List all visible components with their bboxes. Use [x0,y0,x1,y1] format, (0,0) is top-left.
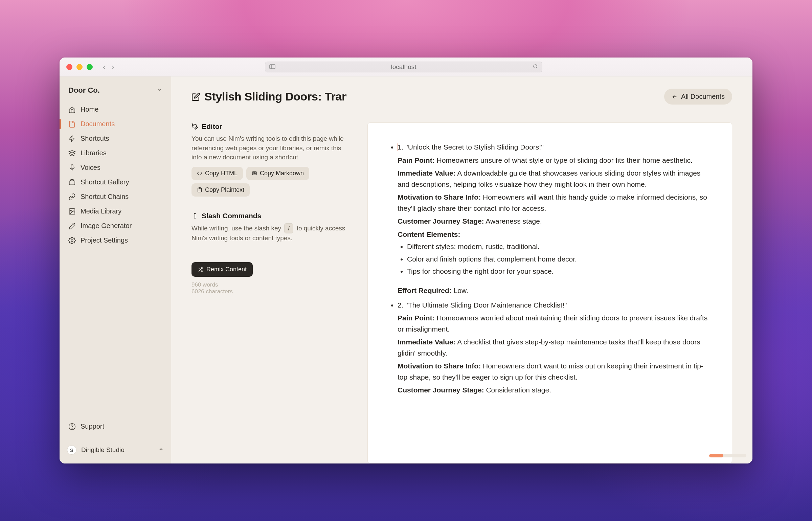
svg-rect-0 [270,65,275,69]
sidebar: Door Co. Home Documents Shortcuts [60,76,171,463]
shortcuts-icon [68,135,76,142]
svg-rect-3 [69,181,75,185]
text-cursor-icon [191,212,198,219]
chains-icon [68,193,76,201]
sidebar-item-label: Shortcut Gallery [81,178,129,186]
slash-commands-section: Slash Commands While writing, use the sl… [191,212,351,255]
list-item[interactable]: 2. "The Ultimate Sliding Door Maintenanc… [398,300,712,396]
sidebar-item-label: Libraries [81,149,107,157]
sidebar-item-media-library[interactable]: Media Library [60,204,171,219]
sidebar-item-documents[interactable]: Documents [60,117,171,131]
sidebar-item-label: Documents [81,120,115,128]
svg-point-5 [70,210,72,211]
list-item[interactable]: Tips for choosing the right door for you… [407,266,712,277]
browser-window: ‹ › localhost Door Co. [60,58,752,463]
editor-description: You can use Nim's writing tools to edit … [191,134,351,162]
gallery-icon [68,179,76,186]
media-icon [68,208,76,215]
sidebar-item-project-settings[interactable]: Project Settings [60,233,171,248]
forward-button[interactable]: › [112,62,114,72]
sidebar-item-label: Media Library [81,207,121,215]
titlebar: ‹ › localhost [60,58,752,76]
url-bar[interactable]: localhost [265,62,542,72]
list-item[interactable]: Different styles: modern, rustic, tradit… [407,241,712,252]
arrow-left-icon [672,94,678,100]
editor-section: Editor You can use Nim's writing tools t… [191,122,351,204]
nav-arrows: ‹ › [103,62,114,72]
sidebar-item-shortcuts[interactable]: Shortcuts [60,131,171,146]
sidebar-item-label: Project Settings [81,236,128,244]
image-gen-icon [68,222,76,230]
workspace-name: Door Co. [68,86,100,95]
close-window-button[interactable] [66,64,72,70]
pen-icon [191,123,198,130]
edit-icon [191,92,200,101]
sidebar-item-voices[interactable]: Voices [60,160,171,175]
minimize-window-button[interactable] [76,64,83,70]
page-header: Stylish Sliding Doors: Tran All Document… [191,89,732,113]
sidebar-item-label: Shortcuts [81,135,109,142]
sidebar-nav: Home Documents Shortcuts Libraries Voice… [60,102,171,248]
clipboard-icon [197,187,202,192]
all-documents-button[interactable]: All Documents [664,89,732,105]
main-content: Stylish Sliding Doors: Tran All Document… [171,76,752,463]
workspace-switcher[interactable]: Door Co. [60,83,171,102]
sidebar-item-support[interactable]: Support [60,419,171,434]
home-icon [68,106,76,113]
sidebar-item-label: Voices [81,164,100,172]
svg-point-8 [72,428,72,428]
account-switcher[interactable]: S Dirigible Studio [60,440,171,458]
documents-icon [68,120,76,128]
avatar: S [67,445,76,455]
sidebar-item-image-generator[interactable]: Image Generator [60,219,171,233]
document-editor[interactable]: 1. "Unlock the Secret to Stylish Sliding… [367,122,732,463]
slash-description: While writing, use the slash key / to qu… [191,223,351,243]
progress-fill [709,454,723,457]
url-text: localhost [391,63,416,71]
document-stats: 960 words 6026 characters [191,281,351,295]
svg-rect-10 [199,187,200,188]
sidebar-item-label: Shortcut Chains [81,193,129,201]
reload-icon[interactable] [533,63,538,71]
copy-plaintext-button[interactable]: Copy Plaintext [191,183,250,197]
remix-content-button[interactable]: Remix Content [191,262,253,277]
editor-sidebar: Editor You can use Nim's writing tools t… [191,122,351,463]
sidebar-item-label: Image Generator [81,222,132,230]
settings-icon [68,237,76,244]
sidebar-item-label: Support [81,423,104,430]
code-icon [197,171,202,176]
copy-markdown-button[interactable]: Copy Markdown [246,167,309,180]
voices-icon [68,164,76,172]
svg-point-6 [71,240,73,242]
support-icon [68,423,76,430]
sidebar-item-home[interactable]: Home [60,102,171,117]
chevron-down-icon [157,87,162,94]
progress-indicator [709,454,746,457]
sidebar-item-shortcut-gallery[interactable]: Shortcut Gallery [60,175,171,189]
sidebar-toggle-icon[interactable] [269,63,275,71]
libraries-icon [68,150,76,157]
account-name: Dirigible Studio [81,446,154,454]
svg-rect-2 [71,164,73,168]
list-item[interactable]: Color and finish options that complement… [407,254,712,265]
maximize-window-button[interactable] [87,64,93,70]
list-item[interactable]: 1. "Unlock the Secret to Stylish Sliding… [398,142,712,296]
traffic-lights [66,64,93,70]
copy-html-button[interactable]: Copy HTML [191,167,243,180]
sidebar-item-label: Home [81,106,98,113]
chevron-up-icon [158,447,164,453]
markdown-icon [252,171,257,176]
slash-key: / [284,223,293,233]
sidebar-item-libraries[interactable]: Libraries [60,146,171,160]
shuffle-icon [198,267,203,272]
page-title: Stylish Sliding Doors: Tran [204,90,346,103]
back-button[interactable]: ‹ [103,62,106,72]
sidebar-item-shortcut-chains[interactable]: Shortcut Chains [60,189,171,204]
